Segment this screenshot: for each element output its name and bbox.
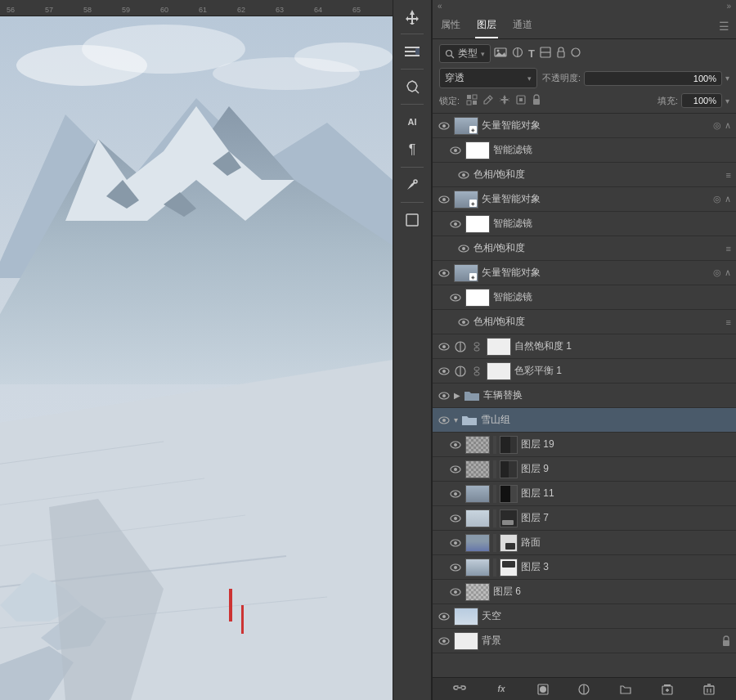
layer-collapse-icon[interactable]: ∧ (725, 120, 731, 131)
visibility-toggle[interactable] (438, 193, 451, 206)
layer-item[interactable]: 图层 11 (433, 482, 736, 506)
svg-rect-42 (467, 95, 471, 99)
visibility-toggle[interactable] (449, 438, 462, 451)
opacity-arrow[interactable]: ▾ (725, 74, 729, 83)
layer-item[interactable]: 色相/饱和度 ≡ (433, 163, 736, 187)
lock-move-btn[interactable] (499, 94, 510, 108)
panel-menu-btn[interactable]: ☰ (719, 20, 729, 33)
layer-item-group-snow[interactable]: ▾ 雪山组 (433, 408, 736, 433)
filter-icon-circle2[interactable] (571, 47, 581, 60)
ai-btn[interactable]: AI (397, 109, 427, 135)
filter-icon-text[interactable]: T (528, 47, 535, 60)
visibility-toggle[interactable] (449, 291, 462, 304)
layer-visibility-icon[interactable]: ◎ (713, 267, 721, 278)
lock-artboard-btn[interactable] (515, 94, 527, 108)
layer-item-background[interactable]: 背景 (433, 629, 736, 653)
layer-item[interactable]: 色相/饱和度 ≡ (433, 236, 736, 261)
layer-item[interactable]: 智能滤镜 (433, 138, 736, 163)
layer-name: 智能滤镜 (493, 143, 731, 157)
layer-item[interactable]: 色相/饱和度 ≡ (433, 310, 736, 334)
layer-item[interactable]: 色彩平衡 1 (433, 359, 736, 384)
visibility-toggle[interactable] (438, 340, 451, 353)
layer-fx-btn[interactable]: fx (493, 681, 509, 698)
collapse-right-btn[interactable]: » (726, 2, 731, 11)
search-icon (445, 49, 455, 59)
move-tool-btn[interactable] (397, 3, 427, 29)
frame-btn[interactable] (397, 207, 427, 233)
layer-item[interactable]: 图层 3 (433, 555, 736, 580)
filter-type-dropdown[interactable]: 类型 ▾ (439, 44, 491, 63)
layer-settings-icon[interactable]: ≡ (726, 170, 731, 180)
visibility-toggle[interactable] (449, 218, 462, 231)
layer-item[interactable]: 天空 (433, 604, 736, 629)
tools-btn[interactable] (397, 172, 427, 198)
visibility-toggle[interactable] (457, 242, 470, 255)
delete-layer-btn[interactable] (701, 681, 717, 698)
tab-layers[interactable]: 图层 (475, 13, 498, 38)
fill-input[interactable]: 100% (681, 93, 722, 108)
visibility-toggle[interactable] (449, 536, 462, 550)
visibility-toggle[interactable] (457, 316, 470, 329)
layer-item[interactable]: 智能滤镜 (433, 212, 736, 236)
layer-settings-icon[interactable]: ≡ (726, 317, 731, 327)
layer-item[interactable]: 图层 6 (433, 580, 736, 604)
layer-item[interactable]: 图层 19 (433, 433, 736, 457)
visibility-toggle[interactable] (457, 168, 470, 182)
layers-list[interactable]: ◈ 矢量智能对象 ◎ ∧ 智能滤镜 色相/饱和度 ≡ (433, 114, 736, 677)
visibility-toggle[interactable] (449, 487, 462, 500)
group-expand-arrow[interactable]: ▾ (454, 415, 458, 424)
layer-item[interactable]: 智能滤镜 (433, 285, 736, 310)
layer-visibility-icon[interactable]: ◎ (713, 120, 721, 131)
lock-all-btn[interactable] (532, 94, 541, 108)
tab-channels[interactable]: 通道 (511, 13, 534, 38)
blend-mode-dropdown[interactable]: 穿透 ▾ (439, 68, 537, 88)
fill-arrow[interactable]: ▾ (725, 96, 729, 105)
visibility-toggle[interactable] (438, 414, 451, 427)
folder-icon-open (461, 414, 478, 427)
visibility-toggle[interactable] (438, 389, 451, 402)
visibility-toggle[interactable] (449, 561, 462, 574)
layer-item[interactable]: 路面 (433, 531, 736, 555)
layer-link-btn[interactable] (451, 681, 468, 698)
layer-visibility-icon[interactable]: ◎ (713, 194, 721, 204)
visibility-toggle[interactable] (438, 610, 451, 623)
new-layer-btn[interactable] (659, 681, 675, 698)
lock-brush-btn[interactable] (482, 94, 494, 108)
layer-item[interactable]: ◈ 矢量智能对象 ◎ ∧ (433, 187, 736, 212)
layer-settings-icon[interactable]: ≡ (726, 244, 731, 254)
layer-item[interactable]: 图层 9 (433, 457, 736, 482)
layer-item[interactable]: 自然饱和度 1 (433, 334, 736, 359)
filter-icon-lock[interactable] (556, 47, 566, 61)
visibility-toggle[interactable] (438, 119, 451, 132)
select-btn[interactable] (397, 38, 427, 65)
visibility-toggle[interactable] (438, 365, 451, 378)
paragraph-btn[interactable]: ¶ (397, 137, 427, 163)
layer-collapse-icon[interactable]: ∧ (725, 267, 731, 278)
opacity-input[interactable]: 100% (584, 71, 722, 86)
visibility-toggle[interactable] (449, 144, 462, 157)
tab-properties[interactable]: 属性 (439, 13, 462, 38)
visibility-toggle[interactable] (449, 512, 462, 525)
chain-link (493, 460, 496, 478)
layer-item[interactable]: 图层 7 (433, 506, 736, 531)
visibility-toggle[interactable] (438, 635, 451, 648)
layer-collapse-icon[interactable]: ∧ (725, 194, 731, 204)
layer-item[interactable]: ◈ 矢量智能对象 ◎ ∧ (433, 114, 736, 138)
layer-controls: 类型 ▾ T (433, 39, 736, 114)
visibility-toggle[interactable] (438, 267, 451, 280)
layer-item[interactable]: ◈ 矢量智能对象 ◎ ∧ (433, 261, 736, 285)
visibility-toggle[interactable] (449, 586, 462, 599)
new-group-btn[interactable] (617, 681, 634, 698)
layer-mask-btn[interactable] (535, 681, 551, 698)
visibility-toggle[interactable] (449, 463, 462, 476)
filter-icon-circle[interactable] (512, 47, 523, 61)
chain-link (493, 485, 496, 503)
filter-icon-shape[interactable] (540, 47, 551, 61)
new-adjustment-btn[interactable] (576, 681, 592, 698)
lasso-btn[interactable] (397, 74, 427, 100)
lock-checkerboard-btn[interactable] (466, 94, 478, 108)
group-collapse-arrow[interactable]: ▶ (454, 391, 460, 400)
collapse-left-btn[interactable]: « (438, 2, 442, 11)
layer-item-group-car[interactable]: ▶ 车辆替换 (433, 384, 736, 408)
filter-icon-image[interactable] (494, 47, 507, 61)
